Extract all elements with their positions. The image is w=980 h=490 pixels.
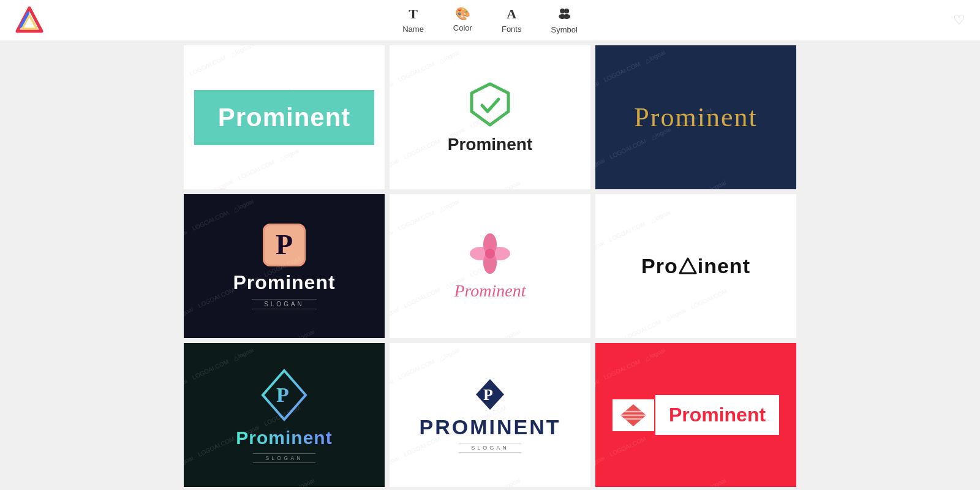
logo-card-6[interactable]: △logoaiLOGOAI.COM△logoaiLOGOAI.COM△logoa… [595,194,796,338]
navy-p-diamond-icon: P [473,378,507,412]
logo4-text: Prominent [233,271,335,294]
logo4-p-box: P [263,224,306,266]
logo-card-5[interactable]: △logoaiLOGOAI.COM△logoaiLOGOAI.COM△logoa… [390,194,590,338]
svg-point-6 [563,14,570,19]
logo-card-9[interactable]: △logoaiLOGOAI.COM△logoaiLOGOAI.COM△logoa… [595,343,796,487]
logo2-design: Prominent [448,81,532,154]
logo1-box: Prominent [194,90,375,145]
logo8-slogan: SLOGAN [459,443,521,453]
main-nav: T Name 🎨 Color A Fonts Symbol [402,6,578,34]
logo4-slogan: SLOGAN [252,299,317,309]
nav-item-fonts[interactable]: A Fonts [502,6,522,34]
nav-item-symbol[interactable]: Symbol [551,6,577,34]
logo8-design: P PROMINENT SLOGAN [420,378,561,453]
logo8-text: PROMINENT [420,415,561,439]
nav-symbol-label: Symbol [551,25,577,34]
logo2-text: Prominent [448,135,532,154]
symbol-icon [557,6,571,23]
logo7-slogan: SLOGAN [253,453,315,463]
diamond-p-icon: P [257,368,312,423]
logo3-text: Prominent [634,102,757,133]
logo1-design: Prominent [194,90,375,145]
svg-text:P: P [276,383,289,406]
logo[interactable] [15,6,44,35]
svg-text:P: P [483,386,493,404]
nav-fonts-label: Fonts [502,24,522,34]
brand-logo-icon [15,6,44,35]
logo9-text-box: Prominent [655,395,779,435]
logo4-p-letter: P [276,228,293,261]
favorite-button[interactable]: ♡ [953,12,965,28]
logo-card-8[interactable]: △logoaiLOGOAI.COM△logoaiLOGOAI.COM△logoa… [390,343,590,487]
logo7-text: Prominent [236,428,332,448]
main-content: △logoaiLOGOAI.COM△logoaiLOGOAI.COM△logoa… [0,40,980,490]
logo-card-3[interactable]: △logoaiLOGOAI.COM△logoaiLOGOAI.COM△logoa… [595,45,796,189]
stripe-badge-icon [619,403,647,428]
logo5-text: Prominent [454,281,526,301]
logo7-design: P Prominent SLOGAN [236,368,332,463]
nav-item-name[interactable]: T Name [402,6,424,34]
svg-point-12 [485,249,495,258]
name-icon: T [409,6,418,22]
logo6-text-pre: Pro [641,254,678,278]
shield-checkmark-icon [466,81,514,130]
header: T Name 🎨 Color A Fonts Symbol ♡ [0,0,980,40]
logo-card-4[interactable]: △logoaiLOGOAI.COM△logoaiLOGOAI.COM△logoa… [184,194,385,338]
logo-grid: △logoaiLOGOAI.COM△logoaiLOGOAI.COM△logoa… [184,40,796,490]
svg-marker-7 [472,84,508,125]
logo4-design: P Prominent SLOGAN [233,224,335,309]
logo9-badge [612,399,654,431]
logo5-design: Prominent [454,232,526,301]
svg-marker-13 [680,258,696,273]
svg-point-3 [560,9,565,13]
color-icon: 🎨 [455,6,470,21]
nav-item-color[interactable]: 🎨 Color [453,6,472,34]
nav-color-label: Color [453,23,472,32]
logo9-design: Prominent [612,395,779,435]
fonts-icon: A [507,6,516,22]
logo-card-7[interactable]: △logoaiLOGOAI.COM△logoaiLOGOAI.COM△logoa… [184,343,385,487]
logo9-text: Prominent [669,404,766,426]
logo-card-2[interactable]: △logoaiLOGOAI.COM△logoaiLOGOAI.COM△logoa… [390,45,590,189]
triangle-inline-icon [679,257,697,276]
flower-icon [469,232,511,275]
logo6-design: Pro inent [641,254,750,278]
logo-card-1[interactable]: △logoaiLOGOAI.COM△logoaiLOGOAI.COM△logoa… [184,45,385,189]
svg-point-4 [564,9,569,13]
logo1-text: Prominent [218,103,351,132]
nav-name-label: Name [402,24,424,34]
logo6-text-post: inent [698,254,750,278]
